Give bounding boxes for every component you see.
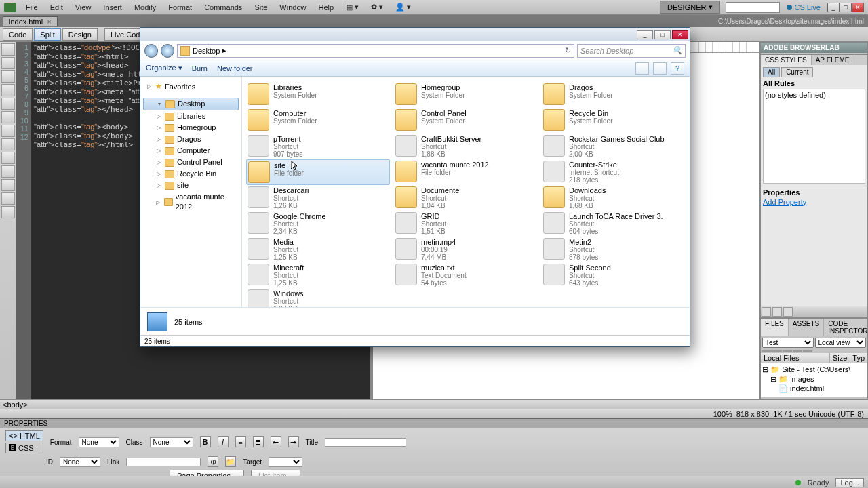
target-select[interactable] — [269, 457, 302, 467]
tool-icon[interactable] — [1, 192, 15, 205]
file-item[interactable]: MinecraftShortcut1,25 KB — [246, 262, 390, 288]
cs-live-link[interactable]: CS Live — [787, 3, 821, 12]
browserlab-panel-title[interactable]: ADOBE BROWSERLAB — [761, 43, 867, 53]
code-view-button[interactable]: Code — [3, 28, 33, 41]
explorer-minimize-button[interactable]: _ — [637, 30, 653, 39]
files-tree[interactable]: ⊟ 📁 Site - Test (C:\Users\ ⊟ 📁 images 📄 … — [761, 363, 867, 397]
file-item[interactable]: GRIDShortcut1,51 KB — [394, 211, 538, 237]
site-menu-icon[interactable]: 👤 ▾ — [390, 1, 416, 13]
view-select[interactable]: Local view — [815, 338, 867, 348]
file-item[interactable]: vacanta munte 2012File folder — [394, 159, 538, 185]
menu-commands[interactable]: Commands — [199, 2, 248, 13]
organize-menu[interactable]: Organize ▾ — [146, 64, 182, 73]
assets-tab[interactable]: ASSETS — [789, 319, 824, 336]
nav-item[interactable]: ▷Dragos — [143, 134, 239, 145]
tool-icon[interactable] — [1, 206, 15, 218]
css-panel-icon[interactable] — [762, 307, 771, 317]
menu-window[interactable]: Window — [274, 2, 311, 13]
layout-menu-icon[interactable]: ▦ ▾ — [340, 1, 364, 13]
menu-view[interactable]: View — [70, 2, 97, 13]
tag-selector[interactable]: <body> — [3, 401, 28, 409]
file-item[interactable]: µTorrentShortcut907 bytes — [246, 134, 390, 159]
refresh-icon[interactable]: ↻ — [565, 46, 571, 55]
nav-item[interactable]: ▷Control Panel — [143, 157, 239, 168]
file-item[interactable]: Recycle BinSystem Folder — [542, 108, 686, 134]
burn-button[interactable]: Burn — [192, 64, 208, 73]
explorer-listing[interactable]: LibrariesSystem FolderHomegroupSystem Fo… — [242, 77, 690, 307]
get-icon[interactable] — [783, 350, 792, 352]
nav-item[interactable]: ▾Desktop — [143, 98, 239, 110]
file-item[interactable]: Rockstar Games Social ClubShortcut2,00 K… — [542, 134, 686, 159]
link-input[interactable] — [126, 458, 201, 466]
put-icon[interactable] — [793, 350, 802, 352]
tool-icon[interactable] — [1, 84, 15, 96]
nav-item[interactable]: ▷Computer — [143, 145, 239, 157]
tool-icon[interactable] — [1, 43, 15, 56]
code-inspector-tab[interactable]: CODE INSPECTOR — [824, 319, 868, 336]
file-item[interactable]: DragosSystem Folder — [542, 82, 686, 108]
menu-help[interactable]: Help — [313, 2, 339, 13]
minimize-button[interactable]: _ — [827, 3, 840, 12]
explorer-close-button[interactable]: ✕ — [672, 30, 688, 39]
new-folder-button[interactable]: New folder — [217, 64, 253, 73]
tool-icon[interactable] — [1, 57, 15, 69]
help-search[interactable] — [726, 2, 780, 13]
log-button[interactable]: Log... — [835, 478, 864, 487]
title-input[interactable] — [325, 438, 406, 447]
file-item[interactable]: DocumenteShortcut1,04 KB — [394, 185, 538, 211]
nav-item[interactable]: ▷Homegroup — [143, 122, 239, 134]
file-item[interactable]: CraftBukkit ServerShortcut1,88 KB — [394, 134, 538, 159]
site-select[interactable]: Test — [762, 338, 814, 348]
tool-icon[interactable] — [1, 70, 15, 83]
tool-icon[interactable] — [1, 125, 15, 137]
indent-button[interactable]: ⇥ — [288, 436, 299, 447]
file-item[interactable]: LibrariesSystem Folder — [246, 82, 390, 108]
outdent-button[interactable]: ⇤ — [271, 436, 281, 447]
close-tab-icon[interactable]: × — [47, 18, 51, 26]
document-tab[interactable]: index.html× — [3, 16, 58, 26]
files-col-name[interactable]: Local Files — [761, 353, 830, 363]
split-view-button[interactable]: Split — [34, 28, 60, 41]
files-col-size[interactable]: Size — [830, 353, 850, 363]
point-to-file-icon[interactable]: ⊕ — [208, 456, 218, 467]
forward-button[interactable] — [161, 44, 174, 58]
id-select[interactable]: None — [60, 457, 100, 467]
tool-icon[interactable] — [1, 179, 15, 191]
italic-button[interactable]: I — [218, 436, 229, 447]
file-item[interactable]: DescarcariShortcut1,26 KB — [246, 185, 390, 211]
address-bar[interactable]: Desktop ▸ ↻ — [177, 44, 574, 58]
tool-icon[interactable] — [1, 98, 15, 110]
rules-list[interactable]: (no styles defined) — [763, 89, 865, 184]
browse-icon[interactable]: 📁 — [225, 456, 236, 467]
file-item[interactable]: HomegroupSystem Folder — [394, 82, 538, 108]
refresh-icon[interactable] — [772, 350, 782, 352]
favorites-header[interactable]: ▷★Favorites — [143, 81, 239, 92]
html-mode-button[interactable]: <> HTML — [5, 430, 43, 441]
explorer-maximize-button[interactable]: □ — [654, 30, 671, 39]
css-styles-tab[interactable]: CSS STYLES — [761, 55, 812, 65]
add-property-link[interactable]: Add Property — [763, 198, 865, 206]
file-item[interactable]: muzica.txtText Document54 bytes — [394, 262, 538, 288]
preview-pane-icon[interactable] — [653, 62, 667, 75]
css-panel-icon[interactable] — [783, 307, 793, 317]
extend-menu-icon[interactable]: ✿ ▾ — [366, 1, 389, 13]
css-panel-icon[interactable] — [772, 307, 782, 317]
ol-button[interactable]: ≣ — [253, 436, 264, 447]
tool-icon[interactable] — [1, 165, 15, 178]
breadcrumb-location[interactable]: Desktop — [193, 47, 220, 55]
menu-format[interactable]: Format — [163, 2, 197, 13]
menu-insert[interactable]: Insert — [98, 2, 127, 13]
file-item[interactable]: Launch ToCA Race Driver 3.Shortcut604 by… — [542, 211, 686, 237]
close-button[interactable]: ✕ — [852, 3, 864, 12]
css-mode-button[interactable]: 🅱 CSS — [5, 443, 43, 453]
back-button[interactable] — [144, 44, 158, 58]
ul-button[interactable]: ≡ — [235, 436, 246, 447]
explorer-search[interactable]: Search Desktop 🔍 — [577, 44, 686, 58]
explorer-titlebar[interactable]: _ □ ✕ — [140, 28, 690, 41]
view-options-icon[interactable] — [635, 62, 649, 75]
file-item[interactable]: ComputerSystem Folder — [246, 108, 390, 134]
files-tab[interactable]: FILES — [761, 319, 789, 336]
files-col-type[interactable]: Typ — [850, 353, 867, 363]
file-item[interactable]: WindowsShortcut1,27 KB — [246, 288, 390, 307]
tool-icon[interactable] — [1, 138, 15, 150]
